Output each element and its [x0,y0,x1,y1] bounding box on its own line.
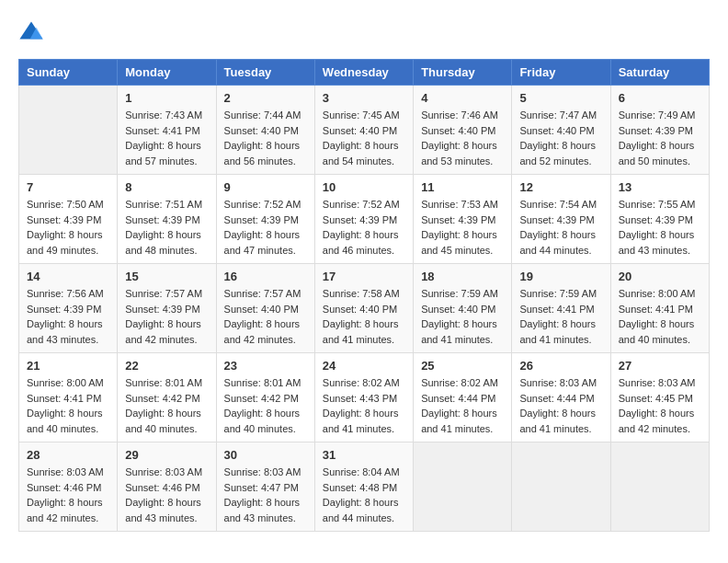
day-number: 10 [323,180,405,194]
day-number: 29 [125,448,208,462]
day-info: Sunrise: 7:59 AMSunset: 4:41 PMDaylight:… [519,286,602,347]
calendar-cell [512,442,610,532]
calendar-table: SundayMondayTuesdayWednesdayThursdayFrid… [18,59,710,532]
day-info: Sunrise: 7:45 AMSunset: 4:40 PMDaylight:… [323,108,405,168]
day-number: 17 [323,270,405,283]
day-number: 21 [27,359,109,373]
day-number: 26 [519,359,602,373]
calendar-cell: 1Sunrise: 7:43 AMSunset: 4:41 PMDaylight… [118,86,216,175]
calendar-cell: 21Sunrise: 8:00 AMSunset: 4:41 PMDayligh… [19,353,118,442]
day-info: Sunrise: 7:46 AMSunset: 4:40 PMDaylight:… [421,108,504,168]
day-info: Sunrise: 7:50 AMSunset: 4:39 PMDaylight:… [27,197,109,258]
calendar-week-1: 1Sunrise: 7:43 AMSunset: 4:41 PMDaylight… [19,86,710,175]
calendar-cell: 14Sunrise: 7:56 AMSunset: 4:39 PMDayligh… [19,264,118,353]
day-info: Sunrise: 8:00 AMSunset: 4:41 PMDaylight:… [619,286,701,347]
day-info: Sunrise: 8:00 AMSunset: 4:41 PMDaylight:… [27,375,109,436]
calendar-cell: 25Sunrise: 8:02 AMSunset: 4:44 PMDayligh… [414,353,512,442]
calendar-cell [414,442,512,532]
day-number: 13 [619,180,701,194]
day-info: Sunrise: 8:01 AMSunset: 4:42 PMDaylight:… [125,375,208,436]
day-info: Sunrise: 7:57 AMSunset: 4:40 PMDaylight:… [224,286,307,347]
day-info: Sunrise: 7:43 AMSunset: 4:41 PMDaylight:… [125,108,208,168]
logo-icon [18,18,44,44]
day-number: 27 [619,359,701,373]
day-info: Sunrise: 8:02 AMSunset: 4:44 PMDaylight:… [421,375,504,436]
day-info: Sunrise: 7:51 AMSunset: 4:39 PMDaylight:… [125,197,208,258]
calendar-cell: 24Sunrise: 8:02 AMSunset: 4:43 PMDayligh… [314,353,413,442]
calendar-cell: 20Sunrise: 8:00 AMSunset: 4:41 PMDayligh… [610,264,709,353]
calendar-cell: 19Sunrise: 7:59 AMSunset: 4:41 PMDayligh… [512,264,610,353]
day-number: 22 [125,359,208,373]
day-number: 1 [125,91,208,105]
calendar-cell: 3Sunrise: 7:45 AMSunset: 4:40 PMDaylight… [314,86,413,175]
calendar-cell: 8Sunrise: 7:51 AMSunset: 4:39 PMDaylight… [118,175,216,264]
day-info: Sunrise: 7:58 AMSunset: 4:40 PMDaylight:… [323,286,405,347]
day-number: 19 [519,270,602,283]
day-number: 4 [421,91,504,105]
calendar-cell: 9Sunrise: 7:52 AMSunset: 4:39 PMDaylight… [216,175,314,264]
day-info: Sunrise: 7:55 AMSunset: 4:39 PMDaylight:… [619,197,701,258]
calendar-cell: 7Sunrise: 7:50 AMSunset: 4:39 PMDaylight… [19,175,118,264]
calendar-cell: 5Sunrise: 7:47 AMSunset: 4:40 PMDaylight… [512,86,610,175]
calendar-week-4: 21Sunrise: 8:00 AMSunset: 4:41 PMDayligh… [19,353,710,442]
day-info: Sunrise: 8:03 AMSunset: 4:44 PMDaylight:… [519,375,602,436]
day-number: 30 [224,448,307,462]
day-number: 31 [323,448,405,462]
calendar-cell: 30Sunrise: 8:03 AMSunset: 4:47 PMDayligh… [216,442,314,532]
day-info: Sunrise: 8:03 AMSunset: 4:45 PMDaylight:… [619,375,701,436]
calendar-cell: 13Sunrise: 7:55 AMSunset: 4:39 PMDayligh… [610,175,709,264]
day-number: 11 [421,180,504,194]
calendar-cell [19,86,118,175]
day-info: Sunrise: 7:47 AMSunset: 4:40 PMDaylight:… [519,108,602,168]
day-info: Sunrise: 8:02 AMSunset: 4:43 PMDaylight:… [323,375,405,436]
day-number: 9 [224,180,307,194]
calendar-cell: 27Sunrise: 8:03 AMSunset: 4:45 PMDayligh… [610,353,709,442]
day-number: 2 [224,91,307,105]
calendar-header-tuesday: Tuesday [216,60,314,86]
day-info: Sunrise: 7:59 AMSunset: 4:40 PMDaylight:… [421,286,504,347]
logo [18,18,48,44]
day-number: 28 [27,448,109,462]
calendar-cell: 22Sunrise: 8:01 AMSunset: 4:42 PMDayligh… [118,353,216,442]
calendar-cell: 15Sunrise: 7:57 AMSunset: 4:39 PMDayligh… [118,264,216,353]
calendar-header-friday: Friday [512,60,610,86]
calendar-header-monday: Monday [118,60,216,86]
day-number: 6 [619,91,701,105]
day-info: Sunrise: 7:52 AMSunset: 4:39 PMDaylight:… [323,197,405,258]
day-info: Sunrise: 7:56 AMSunset: 4:39 PMDaylight:… [27,286,109,347]
calendar-cell: 12Sunrise: 7:54 AMSunset: 4:39 PMDayligh… [512,175,610,264]
day-number: 24 [323,359,405,373]
calendar-cell: 16Sunrise: 7:57 AMSunset: 4:40 PMDayligh… [216,264,314,353]
calendar-cell: 11Sunrise: 7:53 AMSunset: 4:39 PMDayligh… [414,175,512,264]
calendar-cell: 6Sunrise: 7:49 AMSunset: 4:39 PMDaylight… [610,86,709,175]
calendar-header-wednesday: Wednesday [314,60,413,86]
day-info: Sunrise: 8:04 AMSunset: 4:48 PMDaylight:… [323,465,405,525]
calendar-cell: 26Sunrise: 8:03 AMSunset: 4:44 PMDayligh… [512,353,610,442]
day-number: 16 [224,270,307,283]
day-number: 20 [619,270,701,283]
day-info: Sunrise: 7:54 AMSunset: 4:39 PMDaylight:… [519,197,602,258]
calendar-cell: 17Sunrise: 7:58 AMSunset: 4:40 PMDayligh… [314,264,413,353]
calendar-header-saturday: Saturday [610,60,709,86]
day-info: Sunrise: 7:44 AMSunset: 4:40 PMDaylight:… [224,108,307,168]
calendar-cell: 29Sunrise: 8:03 AMSunset: 4:46 PMDayligh… [118,442,216,532]
calendar-cell: 28Sunrise: 8:03 AMSunset: 4:46 PMDayligh… [19,442,118,532]
day-info: Sunrise: 8:03 AMSunset: 4:46 PMDaylight:… [27,465,109,525]
day-info: Sunrise: 7:52 AMSunset: 4:39 PMDaylight:… [224,197,307,258]
calendar-cell: 23Sunrise: 8:01 AMSunset: 4:42 PMDayligh… [216,353,314,442]
day-info: Sunrise: 7:49 AMSunset: 4:39 PMDaylight:… [619,108,701,168]
day-number: 3 [323,91,405,105]
header [18,18,710,44]
calendar-cell: 10Sunrise: 7:52 AMSunset: 4:39 PMDayligh… [314,175,413,264]
calendar-week-2: 7Sunrise: 7:50 AMSunset: 4:39 PMDaylight… [19,175,710,264]
calendar-cell: 4Sunrise: 7:46 AMSunset: 4:40 PMDaylight… [414,86,512,175]
day-info: Sunrise: 8:03 AMSunset: 4:46 PMDaylight:… [125,465,208,525]
calendar-header-row: SundayMondayTuesdayWednesdayThursdayFrid… [19,60,710,86]
day-number: 5 [519,91,602,105]
day-number: 14 [27,270,109,283]
day-number: 15 [125,270,208,283]
calendar-cell: 2Sunrise: 7:44 AMSunset: 4:40 PMDaylight… [216,86,314,175]
day-info: Sunrise: 8:03 AMSunset: 4:47 PMDaylight:… [224,465,307,525]
day-number: 18 [421,270,504,283]
calendar-header-sunday: Sunday [19,60,118,86]
